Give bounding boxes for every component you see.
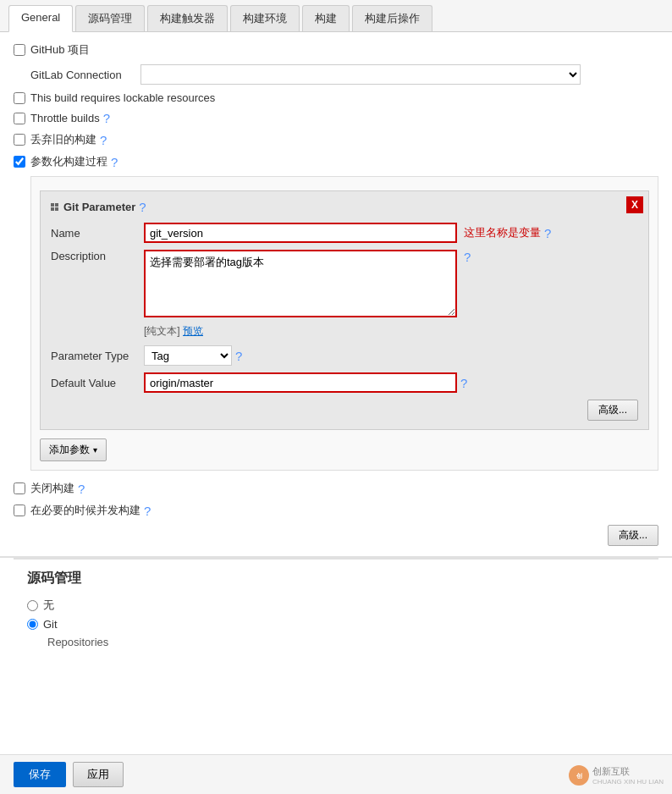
gitlab-select[interactable] <box>140 64 581 85</box>
tab-env[interactable]: 构建环境 <box>230 5 300 31</box>
discard-label: 丢弃旧的构建 <box>30 132 96 147</box>
throttle-help-icon[interactable]: ? <box>103 111 110 125</box>
git-radio[interactable] <box>27 619 38 630</box>
bottom-advanced-row: 高级... <box>14 525 658 546</box>
tab-general[interactable]: General <box>8 5 73 32</box>
svg-text:创: 创 <box>575 773 581 779</box>
throttle-checkbox[interactable] <box>14 113 25 124</box>
watermark-logo: 创 <box>569 765 589 786</box>
concurrent-row: 在必要的时候并发构建 ? <box>14 503 658 518</box>
grid-icon <box>51 203 58 211</box>
gitlab-row: GitLab Connection <box>30 64 658 85</box>
git-param-title-text: Git Parameter <box>63 201 135 213</box>
name-help-icon[interactable]: ? <box>544 226 551 240</box>
default-value-input[interactable] <box>144 372 457 393</box>
advanced-button[interactable]: 高级... <box>587 400 638 421</box>
source-section: 源码管理 无 Git Repositories <box>14 558 658 659</box>
parameterized-label: 参数化构建过程 <box>30 154 107 169</box>
lockable-checkbox[interactable] <box>14 92 25 104</box>
bottom-advanced-button[interactable]: 高级... <box>608 525 658 546</box>
github-checkbox[interactable] <box>14 44 25 56</box>
bottom-section: 关闭构建 ? 在必要的时候并发构建 ? <box>14 481 658 518</box>
description-label: Description <box>51 250 144 262</box>
content-area: GitHub 项目 GitLab Connection This build r… <box>0 32 672 754</box>
repositories-label: Repositories <box>47 636 645 648</box>
param-section: X Git Parameter ? Name 这里名称是 <box>30 176 658 471</box>
git-param-box: X Git Parameter ? Name 这里名称是 <box>40 190 649 430</box>
advanced-btn-row: 高级... <box>51 400 638 421</box>
github-row: GitHub 项目 <box>14 42 658 58</box>
disable-build-checkbox[interactable] <box>14 482 25 494</box>
preview-prefix: [纯文本] <box>144 325 180 337</box>
dropdown-arrow-icon: ▾ <box>93 445 97 455</box>
concurrent-checkbox[interactable] <box>14 505 25 516</box>
param-type-row: Parameter Type Tag Branch Revision Pull … <box>51 345 638 366</box>
parameterized-row: 参数化构建过程 ? <box>14 154 658 169</box>
description-textarea[interactable]: 选择需要部署的tag版本 <box>144 250 457 317</box>
save-button[interactable]: 保存 <box>14 762 66 787</box>
default-value-label: Default Value <box>51 377 144 389</box>
concurrent-help-icon[interactable]: ? <box>144 504 151 518</box>
github-label: GitHub 项目 <box>30 42 90 58</box>
gitlab-label: GitLab Connection <box>30 69 140 81</box>
name-row: Name 这里名称是变量 ? <box>51 223 638 243</box>
discard-help-icon[interactable]: ? <box>100 133 107 147</box>
parameterized-help-icon[interactable]: ? <box>111 155 118 169</box>
discard-row: 丢弃旧的构建 ? <box>14 132 658 147</box>
git-param-help-icon[interactable]: ? <box>139 200 146 214</box>
tab-trigger[interactable]: 构建触发器 <box>147 5 228 31</box>
add-param-label: 添加参数 <box>49 443 90 457</box>
none-radio-row: 无 <box>27 598 645 613</box>
param-type-label: Parameter Type <box>51 350 144 362</box>
name-label: Name <box>51 227 144 240</box>
watermark-text: 创新互联 CHUANG XIN HU LIAN <box>592 765 664 786</box>
preview-row: [纯文本] 预览 <box>144 324 638 339</box>
close-button[interactable]: X <box>626 196 643 213</box>
default-value-row: Default Value ? <box>51 372 638 393</box>
parameterized-checkbox[interactable] <box>14 156 25 168</box>
none-label: 无 <box>43 598 54 613</box>
lockable-label: This build requires lockable resources <box>30 91 215 104</box>
git-label: Git <box>43 618 58 631</box>
name-input[interactable] <box>144 223 457 243</box>
lockable-row: This build requires lockable resources <box>14 91 658 104</box>
apply-button[interactable]: 应用 <box>73 762 124 787</box>
disable-build-row: 关闭构建 ? <box>14 481 658 496</box>
param-type-select[interactable]: Tag Branch Revision Pull Request <box>144 345 232 366</box>
git-param-title: Git Parameter ? <box>51 200 638 214</box>
disable-build-label: 关闭构建 <box>30 481 74 496</box>
description-help-icon[interactable]: ? <box>464 250 471 264</box>
tab-post[interactable]: 构建后操作 <box>352 5 432 31</box>
tab-source[interactable]: 源码管理 <box>75 5 145 31</box>
source-section-title: 源码管理 <box>27 570 645 587</box>
add-param-button[interactable]: 添加参数 ▾ <box>40 438 107 461</box>
tabs-bar: General 源码管理 构建触发器 构建环境 构建 构建后操作 <box>0 0 672 32</box>
tab-build[interactable]: 构建 <box>302 5 350 31</box>
param-type-help-icon[interactable]: ? <box>235 349 242 363</box>
name-annotation: 这里名称是变量 <box>464 225 541 240</box>
watermark: 创 创新互联 CHUANG XIN HU LIAN <box>569 765 664 786</box>
preview-link[interactable]: 预览 <box>183 325 203 337</box>
description-row: Description 选择需要部署的tag版本 ? <box>51 250 638 317</box>
concurrent-label: 在必要的时候并发构建 <box>30 503 140 518</box>
disable-build-help-icon[interactable]: ? <box>78 482 85 496</box>
none-radio[interactable] <box>27 600 38 611</box>
git-radio-row: Git <box>27 618 645 631</box>
throttle-label: Throttle builds <box>30 112 100 124</box>
discard-checkbox[interactable] <box>14 134 25 146</box>
default-value-help-icon[interactable]: ? <box>460 376 467 390</box>
throttle-row: Throttle builds ? <box>14 111 658 125</box>
add-param-row: 添加参数 ▾ <box>40 438 649 461</box>
